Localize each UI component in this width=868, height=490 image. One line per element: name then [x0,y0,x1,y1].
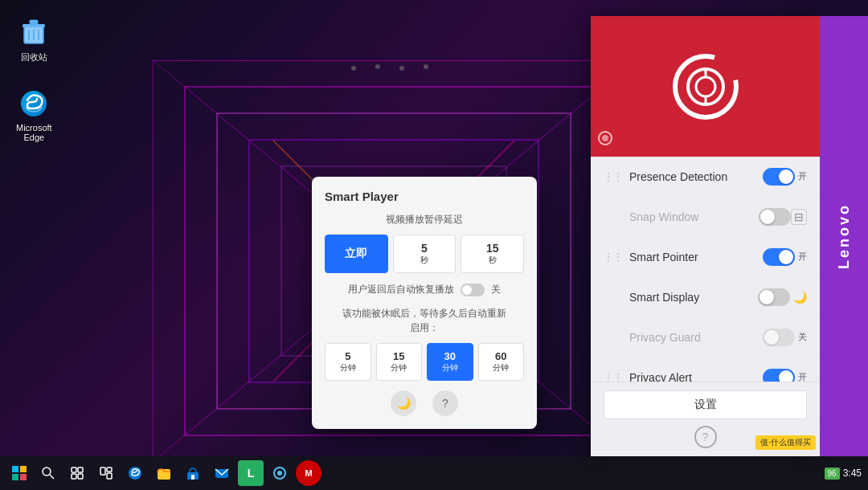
svg-rect-36 [72,474,76,479]
privacy-guard-item: ⋮⋮ Privacy Guard 关 [591,317,820,357]
taskbar-right: 96 3:45 [825,468,862,480]
sleep-time-buttons: 5 分钟 15 分钟 30 分钟 60 分钟 [325,343,524,381]
svg-point-17 [399,66,404,71]
drag-handle-alert[interactable]: ⋮⋮ [604,372,623,382]
svg-rect-38 [100,468,105,475]
drag-handle-presence[interactable]: ⋮⋮ [604,171,623,182]
auto-resume-label: 用户返回后自动恢复播放 [348,283,454,296]
taskbar: L M 96 3:45 [0,456,868,490]
popup-title: Smart Player [325,190,524,203]
smart-pointer-item: ⋮⋮ Smart Pointer 开 [591,237,820,277]
svg-point-15 [351,66,356,71]
alert-toggle-label: 开 [798,371,807,382]
small-app-icon [597,130,613,150]
svg-rect-34 [72,468,76,472]
taskbar-app-l[interactable]: L [238,460,264,486]
svg-point-50 [696,77,715,96]
right-panel: ⋮⋮ Presence Detection 开 ⋮⋮ Snap Window ⊟… [591,16,820,456]
svg-rect-35 [78,468,83,472]
sleep-label: 该功能被休眠后，等待多久后自动重新 启用： [325,306,524,335]
svg-rect-40 [107,473,112,479]
edge-label: Microsoft Edge [16,123,52,142]
guard-toggle-label: 关 [798,331,807,343]
recycle-bin-icon[interactable]: 回收站 [16,16,52,63]
taskbar-mail[interactable] [209,460,235,486]
taskbar-explorer[interactable] [151,460,177,486]
help-icon[interactable]: ? [694,426,717,448]
svg-rect-23 [30,20,38,24]
smart-pointer-toggle[interactable] [763,248,795,266]
auto-resume-state: 关 [491,283,501,296]
task-view-button[interactable] [64,460,90,486]
privacy-alert-item: ⋮⋮ Privacy Alert 开 [591,357,820,382]
svg-rect-22 [23,24,45,27]
recycle-bin-image [18,16,50,48]
popup-subtitle: 视频播放暂停延迟 [325,213,524,227]
svg-rect-44 [191,475,194,480]
taskbar-store[interactable] [180,460,206,486]
snap-window-item: ⋮⋮ Snap Window ⊟ [591,197,820,237]
svg-point-16 [375,64,380,69]
desktop-icons: 回收站 Microsoft Edge [16,16,52,142]
recycle-bin-label: 回收站 [21,51,47,63]
svg-rect-30 [12,474,18,480]
svg-point-18 [424,64,428,69]
immediate-button[interactable]: 立即 [325,235,388,273]
svg-rect-28 [12,466,18,472]
smart-pointer-label: Smart Pointer [629,251,763,263]
presence-detection-item: ⋮⋮ Presence Detection 开 [591,157,820,197]
search-button[interactable] [35,460,61,486]
svg-rect-37 [78,474,83,479]
start-button[interactable] [6,460,32,486]
settings-button[interactable]: 设置 [604,390,807,419]
snap-window-toggle[interactable] [759,208,791,226]
smart-display-label: Smart Display [629,291,758,304]
5sec-button[interactable]: 5 秒 [393,235,457,273]
taskbar-edge[interactable] [122,460,148,486]
moon-icon-button[interactable]: 🌙 [391,390,416,416]
svg-point-32 [43,468,51,476]
auto-resume-toggle[interactable] [461,284,485,296]
taskbar-mcafee[interactable]: M [296,460,321,486]
taskbar-time: 3:45 [843,468,862,479]
svg-rect-29 [20,466,27,472]
edge-image [18,88,50,120]
privacy-alert-toggle[interactable] [763,369,795,382]
smart-display-item: ⋮⋮ Smart Display 🌙 [591,277,820,317]
smart-display-toggle[interactable] [758,288,790,306]
help-icon-button[interactable]: ? [432,390,458,416]
svg-rect-39 [107,468,112,472]
svg-point-48 [675,56,736,117]
taskbar-cortana[interactable] [267,460,293,486]
15sec-button[interactable]: 15 秒 [461,235,524,273]
presence-detection-toggle[interactable] [763,168,795,186]
microsoft-edge-icon[interactable]: Microsoft Edge [16,88,52,142]
presence-detection-label: Presence Detection [629,170,763,183]
svg-line-33 [50,475,54,479]
smart-player-popup: Smart Player 视频播放暂停延迟 立即 5 秒 15 秒 用户返回后自… [312,177,537,429]
pointer-toggle-label: 开 [798,251,807,263]
auto-resume-row: 用户返回后自动恢复播放 关 [325,283,524,296]
lenovo-brand: Lenovo [836,203,853,269]
app-logo [665,47,746,127]
popup-footer: 🌙 ? [325,390,524,416]
presence-toggle-label: 开 [798,170,807,182]
60min-button[interactable]: 60 分钟 [478,343,525,381]
snap-window-label: Snap Window [629,210,759,223]
5min-button[interactable]: 5 分钟 [325,343,371,381]
svg-point-47 [277,471,282,476]
drag-handle-pointer[interactable]: ⋮⋮ [604,251,623,263]
app-header [591,16,820,157]
privacy-guard-toggle[interactable] [763,329,795,346]
pause-delay-buttons: 立即 5 秒 15 秒 [325,235,524,273]
privacy-alert-label: Privacy Alert [629,371,763,382]
privacy-guard-label: Privacy Guard [629,331,763,344]
15min-button[interactable]: 15 分钟 [376,343,423,381]
moon-icon: 🌙 [793,291,807,304]
svg-point-54 [602,135,608,141]
widgets-button[interactable] [93,460,119,486]
watermark: 值·什么值得买 [755,435,816,450]
30min-button[interactable]: 30 分钟 [427,343,473,381]
lenovo-bar: Lenovo [820,16,868,456]
svg-rect-31 [20,474,27,480]
